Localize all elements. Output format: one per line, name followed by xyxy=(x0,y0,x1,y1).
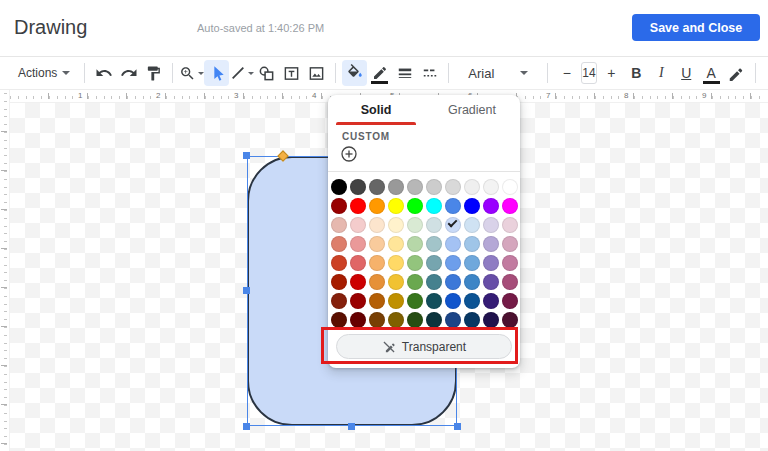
palette-color-swatch[interactable] xyxy=(483,179,499,195)
palette-color-swatch[interactable] xyxy=(388,274,404,290)
redo-button[interactable] xyxy=(116,60,141,86)
palette-color-swatch[interactable] xyxy=(426,179,442,195)
border-color-button[interactable] xyxy=(367,60,392,86)
resize-handle-bottom-middle[interactable] xyxy=(348,423,355,430)
insert-image-button[interactable] xyxy=(304,60,329,86)
palette-color-swatch[interactable] xyxy=(483,217,499,233)
palette-color-swatch[interactable] xyxy=(331,179,347,195)
palette-color-swatch[interactable] xyxy=(483,198,499,214)
palette-color-swatch[interactable] xyxy=(407,198,423,214)
palette-color-swatch[interactable] xyxy=(369,312,385,328)
palette-color-swatch[interactable] xyxy=(464,198,480,214)
resize-handle-bottom-left[interactable] xyxy=(243,423,250,430)
palette-color-swatch[interactable] xyxy=(483,274,499,290)
palette-color-swatch[interactable] xyxy=(502,274,518,290)
palette-color-swatch[interactable] xyxy=(502,217,518,233)
palette-color-swatch[interactable] xyxy=(350,293,366,309)
tab-solid[interactable]: Solid xyxy=(328,95,424,125)
save-and-close-button[interactable]: Save and Close xyxy=(632,14,760,41)
palette-color-swatch[interactable] xyxy=(407,179,423,195)
palette-color-swatch[interactable] xyxy=(331,312,347,328)
palette-color-swatch[interactable] xyxy=(464,312,480,328)
palette-color-swatch[interactable] xyxy=(426,236,442,252)
bold-button[interactable]: B xyxy=(624,60,649,86)
line-tool-button[interactable] xyxy=(229,60,254,86)
decrease-font-size-button[interactable]: − xyxy=(554,60,579,86)
palette-color-swatch[interactable] xyxy=(445,236,461,252)
palette-color-swatch[interactable] xyxy=(464,179,480,195)
paint-format-button[interactable] xyxy=(141,60,166,86)
palette-color-swatch[interactable] xyxy=(483,255,499,271)
palette-color-swatch[interactable] xyxy=(350,312,366,328)
palette-color-swatch[interactable] xyxy=(445,217,461,233)
shape-tool-button[interactable] xyxy=(254,60,279,86)
palette-color-swatch[interactable] xyxy=(331,217,347,233)
tab-gradient[interactable]: Gradient xyxy=(424,95,520,125)
palette-color-swatch[interactable] xyxy=(388,198,404,214)
palette-color-swatch[interactable] xyxy=(369,217,385,233)
resize-handle-middle-left[interactable] xyxy=(243,287,250,294)
palette-color-swatch[interactable] xyxy=(502,255,518,271)
palette-color-swatch[interactable] xyxy=(350,274,366,290)
palette-color-swatch[interactable] xyxy=(445,179,461,195)
palette-color-swatch[interactable] xyxy=(369,293,385,309)
transparent-button[interactable]: Transparent xyxy=(336,334,512,359)
actions-menu-button[interactable]: Actions xyxy=(10,60,78,86)
increase-font-size-button[interactable]: + xyxy=(599,60,624,86)
font-family-selector[interactable]: Arial xyxy=(455,60,541,86)
palette-color-swatch[interactable] xyxy=(445,274,461,290)
palette-color-swatch[interactable] xyxy=(426,312,442,328)
palette-color-swatch[interactable] xyxy=(407,217,423,233)
palette-color-swatch[interactable] xyxy=(502,236,518,252)
border-weight-button[interactable] xyxy=(392,60,417,86)
text-box-button[interactable] xyxy=(279,60,304,86)
palette-color-swatch[interactable] xyxy=(350,236,366,252)
palette-color-swatch[interactable] xyxy=(426,255,442,271)
palette-color-swatch[interactable] xyxy=(464,217,480,233)
border-dash-button[interactable] xyxy=(417,60,442,86)
fill-color-button[interactable] xyxy=(342,60,367,86)
underline-button[interactable]: U xyxy=(674,60,699,86)
palette-color-swatch[interactable] xyxy=(331,236,347,252)
add-custom-color-button[interactable] xyxy=(340,145,358,163)
resize-handle-bottom-right[interactable] xyxy=(454,423,461,430)
palette-color-swatch[interactable] xyxy=(445,198,461,214)
palette-color-swatch[interactable] xyxy=(388,236,404,252)
palette-color-swatch[interactable] xyxy=(388,217,404,233)
palette-color-swatch[interactable] xyxy=(483,293,499,309)
palette-color-swatch[interactable] xyxy=(331,255,347,271)
palette-color-swatch[interactable] xyxy=(483,312,499,328)
palette-color-swatch[interactable] xyxy=(350,255,366,271)
palette-color-swatch[interactable] xyxy=(407,274,423,290)
palette-color-swatch[interactable] xyxy=(445,312,461,328)
palette-color-swatch[interactable] xyxy=(331,293,347,309)
palette-color-swatch[interactable] xyxy=(502,198,518,214)
select-tool-button[interactable] xyxy=(204,60,229,86)
palette-color-swatch[interactable] xyxy=(464,236,480,252)
palette-color-swatch[interactable] xyxy=(388,179,404,195)
palette-color-swatch[interactable] xyxy=(426,293,442,309)
palette-color-swatch[interactable] xyxy=(445,293,461,309)
palette-color-swatch[interactable] xyxy=(369,179,385,195)
palette-color-swatch[interactable] xyxy=(502,179,518,195)
italic-button[interactable]: I xyxy=(649,60,674,86)
text-color-button[interactable]: A xyxy=(699,60,724,86)
palette-color-swatch[interactable] xyxy=(369,255,385,271)
palette-color-swatch[interactable] xyxy=(369,198,385,214)
palette-color-swatch[interactable] xyxy=(502,312,518,328)
palette-color-swatch[interactable] xyxy=(407,236,423,252)
palette-color-swatch[interactable] xyxy=(388,293,404,309)
palette-color-swatch[interactable] xyxy=(464,293,480,309)
palette-color-swatch[interactable] xyxy=(483,236,499,252)
palette-color-swatch[interactable] xyxy=(331,274,347,290)
palette-color-swatch[interactable] xyxy=(502,293,518,309)
palette-color-swatch[interactable] xyxy=(464,255,480,271)
palette-color-swatch[interactable] xyxy=(350,217,366,233)
palette-color-swatch[interactable] xyxy=(426,274,442,290)
palette-color-swatch[interactable] xyxy=(388,312,404,328)
palette-color-swatch[interactable] xyxy=(350,198,366,214)
palette-color-swatch[interactable] xyxy=(445,255,461,271)
palette-color-swatch[interactable] xyxy=(407,255,423,271)
highlight-color-button[interactable] xyxy=(724,60,749,86)
zoom-button[interactable] xyxy=(179,60,204,86)
